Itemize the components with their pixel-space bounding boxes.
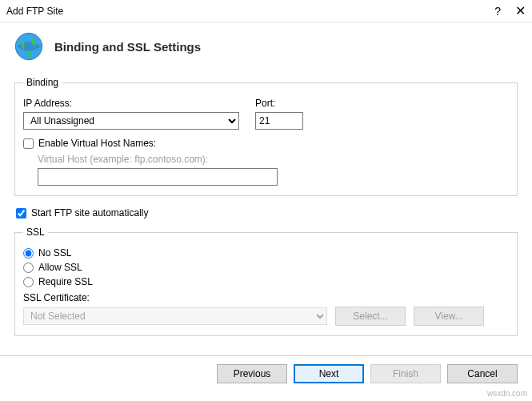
- virtual-host-label: Virtual Host (example: ftp.contoso.com):: [38, 154, 509, 165]
- virtual-host-input: [38, 168, 278, 186]
- enable-virtual-host-checkbox[interactable]: [23, 138, 34, 149]
- no-ssl-label: No SSL: [38, 247, 71, 259]
- binding-group: Binding IP Address: All Unassigned Port:…: [14, 77, 518, 196]
- no-ssl-radio[interactable]: [23, 248, 34, 259]
- cancel-button[interactable]: Cancel: [447, 364, 518, 383]
- allow-ssl-label: Allow SSL: [38, 262, 82, 273]
- enable-virtual-host-label: Enable Virtual Host Names:: [38, 138, 156, 149]
- wizard-footer: Previous Next Finish Cancel: [0, 355, 532, 383]
- next-button[interactable]: Next: [294, 364, 364, 383]
- previous-button[interactable]: Previous: [217, 364, 287, 383]
- binding-legend: Binding: [23, 77, 62, 88]
- require-ssl-radio[interactable]: [23, 277, 34, 287]
- select-certificate-button: Select...: [335, 307, 406, 326]
- ssl-certificate-select: Not Selected: [23, 307, 327, 325]
- allow-ssl-radio[interactable]: [23, 263, 34, 273]
- port-input[interactable]: [255, 112, 303, 130]
- ip-address-label: IP Address:: [23, 98, 239, 109]
- require-ssl-label: Require SSL: [38, 276, 93, 287]
- wizard-header: Binding and SSL Settings: [0, 22, 532, 77]
- page-title: Binding and SSL Settings: [54, 40, 201, 54]
- window-title: Add FTP Site: [6, 6, 63, 17]
- start-automatically-checkbox[interactable]: [16, 208, 26, 219]
- ssl-certificate-label: SSL Certificate:: [23, 292, 509, 303]
- watermark: wsxdn.com: [487, 389, 527, 398]
- help-icon[interactable]: ?: [494, 5, 501, 18]
- ip-address-select[interactable]: All Unassigned: [23, 112, 239, 130]
- close-icon[interactable]: ✕: [515, 5, 526, 18]
- ssl-group: SSL No SSL Allow SSL Require SSL SSL Cer…: [14, 227, 518, 336]
- globe-icon: [13, 30, 45, 62]
- start-automatically-label: Start FTP site automatically: [31, 207, 149, 219]
- view-certificate-button: View...: [414, 307, 484, 326]
- finish-button: Finish: [370, 364, 441, 383]
- ssl-legend: SSL: [23, 227, 48, 238]
- titlebar: Add FTP Site ? ✕: [0, 0, 532, 22]
- port-label: Port:: [255, 98, 303, 109]
